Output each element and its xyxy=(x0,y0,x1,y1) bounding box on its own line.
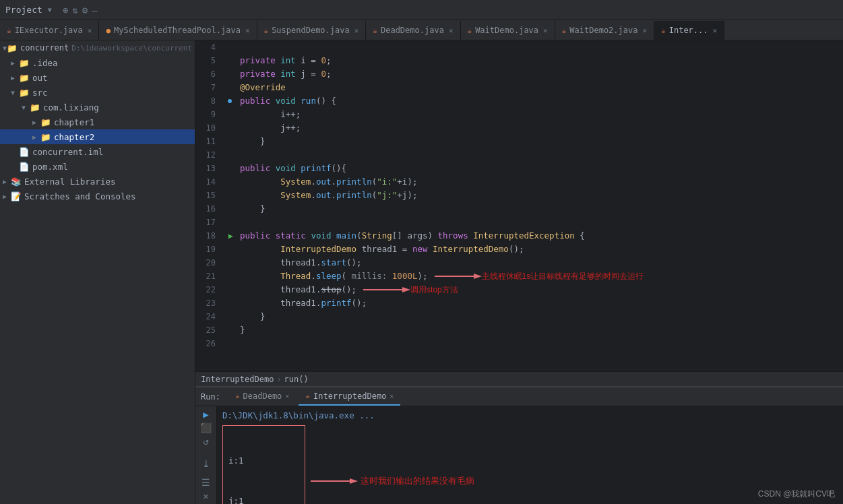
tab-close-icon[interactable]: ✕ xyxy=(354,26,359,35)
tab-waitdemo[interactable]: ☕ WaitDemo.java ✕ xyxy=(461,21,555,40)
tab-deaddemo[interactable]: ☕ DeadDemo.java ✕ xyxy=(366,21,460,40)
tab-iexecutor[interactable]: ☕ IExecutor.java ✕ xyxy=(0,21,99,40)
code-line-9: i++; xyxy=(240,108,838,121)
file-icon: 📄 xyxy=(19,162,30,172)
run-tab-interrupteddemo[interactable]: ☕ InterruptedDemo ✕ xyxy=(299,388,400,406)
plain: ( xyxy=(356,229,362,243)
line-num: 8 xyxy=(198,94,216,108)
code-editor[interactable]: 4 5 6 7 8 9 10 11 12 13 14 15 16 17 18 1… xyxy=(195,40,843,386)
breadcrumb-method[interactable]: run() xyxy=(284,375,309,384)
tab-label: WaitDemo2.java xyxy=(569,26,637,35)
plain xyxy=(331,229,336,243)
code-line-4 xyxy=(240,40,838,54)
tab-interrupteddemo[interactable]: ☕ Inter... ✕ xyxy=(654,21,724,40)
tab-suspenddemo[interactable]: ☕ SuspendDemo.java ✕ xyxy=(257,21,367,40)
gutter-line-run[interactable]: ▶ xyxy=(221,229,235,243)
stop-button[interactable]: ⬛ xyxy=(199,422,214,433)
svg-marker-3 xyxy=(402,287,410,292)
sidebar-item-external-libraries[interactable]: ▶ 📚 External Libraries xyxy=(0,174,195,189)
tab-close-icon[interactable]: ✕ xyxy=(449,26,454,35)
run-tab-deaddemo[interactable]: ☕ DeadDemo ✕ xyxy=(228,388,296,406)
settings-icon[interactable]: ⚙ xyxy=(82,5,88,15)
rerun-button[interactable]: ↺ xyxy=(199,436,214,447)
string: "j:" xyxy=(377,189,397,202)
plain: (); xyxy=(342,283,357,296)
plain: ( xyxy=(372,175,377,189)
tab-waitdemo2[interactable]: ☕ WaitDemo2.java ✕ xyxy=(555,21,654,40)
gutter-line xyxy=(221,162,235,175)
tree-arrow-icon: ▶ xyxy=(32,119,40,126)
run-icon[interactable]: ▶ xyxy=(228,229,233,243)
output-value-j: j:1 xyxy=(228,495,299,504)
close-panel-button[interactable]: ✕ xyxy=(199,491,214,501)
tab-close-icon[interactable]: ✕ xyxy=(642,26,647,35)
sidebar-item-out[interactable]: ▶ 📁 out xyxy=(0,70,195,85)
ext-lib-icon: 📚 xyxy=(11,177,22,187)
plain: ; xyxy=(326,54,332,67)
run-tab-icon: ☕ xyxy=(305,391,310,400)
folder-icon: 📁 xyxy=(19,73,30,83)
gutter-line xyxy=(221,121,235,135)
code-line-15: System . out . println ( "j:" +j); xyxy=(240,189,838,202)
sidebar-item-chapter2[interactable]: ▶ 📁 chapter2 xyxy=(0,129,195,144)
line-num: 9 xyxy=(198,108,216,121)
sidebar-item-chapter1[interactable]: ▶ 📁 chapter1 xyxy=(0,115,195,129)
settings-button[interactable]: ☰ xyxy=(199,477,214,488)
tab-label: WaitDemo.java xyxy=(475,26,538,35)
scroll-end-button[interactable]: ⤓ xyxy=(199,458,214,469)
function: run xyxy=(301,94,316,108)
line-num: 22 xyxy=(198,283,216,296)
sidebar-item-src[interactable]: ▼ 📁 src xyxy=(0,85,195,100)
sidebar-item-scratches[interactable]: ▶ 📝 Scratches and Consoles xyxy=(0,189,195,203)
code-line-8: public void run () { xyxy=(240,94,838,108)
output-line-cmd: D:\JDK\jdk1.8\bin\java.exe ... xyxy=(222,409,838,422)
current-line-marker xyxy=(228,99,232,103)
sync-icon[interactable]: ⇅ xyxy=(72,5,77,15)
minimize-icon[interactable]: — xyxy=(92,5,97,15)
gutter-line xyxy=(221,81,235,94)
plain: (); xyxy=(346,256,362,270)
tab-close-icon[interactable]: ✕ xyxy=(88,26,92,35)
folder-icon: 📁 xyxy=(40,132,51,142)
sidebar-item-com-lixiang[interactable]: ▼ 📁 com.lixiang xyxy=(0,100,195,115)
sidebar-item-idea[interactable]: ▶ 📁 .idea xyxy=(0,55,195,70)
plain: +j); xyxy=(397,189,417,202)
tab-myscheduled[interactable]: ● MyScheduledThreadPool.java ✕ xyxy=(99,21,257,40)
code-line-21: Thread . sleep ( millis: 1000L ); xyxy=(240,270,838,283)
code-line-18: public static void main ( String [] args… xyxy=(240,229,838,243)
run-sidebar: ▶ ⬛ ↺ ⤓ ☰ ✕ xyxy=(195,406,217,504)
svg-marker-5 xyxy=(350,478,358,484)
breadcrumb-class[interactable]: InterruptedDemo xyxy=(201,375,274,384)
string: "i:" xyxy=(377,175,397,189)
sidebar-item-pom-xml[interactable]: ▶ 📄 pom.xml xyxy=(0,159,195,174)
new-window-icon[interactable]: ⊕ xyxy=(63,5,68,15)
tab-label: Inter... xyxy=(669,26,708,35)
output-annotation: 这时我们输出的结果没有毛病 xyxy=(311,474,474,488)
sidebar-item-concurrent-iml[interactable]: ▶ 📄 concurrent.iml xyxy=(0,144,195,159)
dropdown-arrow[interactable]: ▼ xyxy=(48,6,52,13)
keyword: static xyxy=(276,229,306,243)
line-annotation-21: 主线程休眠1s让目标线程有足够的时间去运行 xyxy=(435,270,644,283)
class-ref: System xyxy=(280,189,311,202)
annotation-text-21: 主线程休眠1s让目标线程有足够的时间去运行 xyxy=(482,270,644,283)
run-tab-close[interactable]: ✕ xyxy=(389,392,394,400)
tab-close-icon[interactable]: ✕ xyxy=(245,26,250,35)
line-num: 26 xyxy=(198,337,216,350)
run-button[interactable]: ▶ xyxy=(199,409,214,420)
plain xyxy=(240,243,280,256)
run-tab-close[interactable]: ✕ xyxy=(285,392,289,400)
tab-label: IExecutor.java xyxy=(15,26,83,35)
tab-file-icon: ☕ xyxy=(373,26,377,35)
gutter-line xyxy=(221,270,235,283)
tab-close-icon[interactable]: ✕ xyxy=(543,26,548,35)
tab-close-icon[interactable]: ✕ xyxy=(713,26,718,35)
sidebar-item-concurrent[interactable]: ▼ 📁 concurrent D:\ideaworkspace\concurre… xyxy=(0,40,195,55)
sidebar: ▼ 📁 concurrent D:\ideaworkspace\concurre… xyxy=(0,40,195,504)
scratch-icon: 📝 xyxy=(11,191,22,201)
plain: i = xyxy=(296,54,321,67)
class-ref: InterruptedException xyxy=(473,229,575,243)
tab-file-icon: ● xyxy=(106,26,111,35)
sidebar-item-label: com.lixiang xyxy=(43,102,99,113)
plain: thread1 = xyxy=(356,243,412,256)
tab-file-icon: ☕ xyxy=(264,26,269,35)
